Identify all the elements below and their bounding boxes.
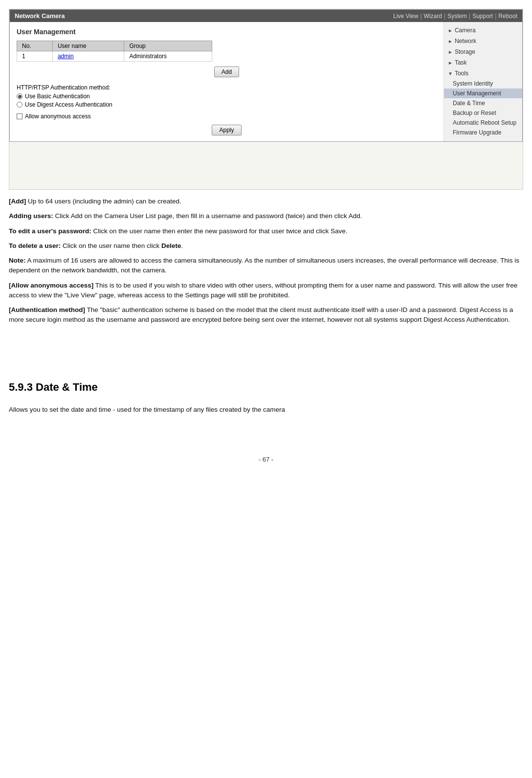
sidebar-item-tools[interactable]: ▼ Tools — [444, 68, 522, 79]
cell-no: 1 — [17, 51, 53, 62]
col-no: No. — [17, 41, 53, 51]
edit-pwd-text: Click on the user name then enter the ne… — [93, 227, 348, 235]
sidebar: ► Camera ► Network ► Storage ► Task — [444, 22, 522, 141]
sidebar-sub-backup-reset-label: Backup or Reset — [453, 110, 496, 116]
nav-bar: Network Camera Live View | Wizard | Syst… — [10, 10, 522, 22]
edit-pwd-bold: To edit a user's password: — [9, 227, 91, 235]
sidebar-sub-system-identity[interactable]: System Identity — [444, 79, 522, 89]
sidebar-sub-user-management-label: User Management — [453, 90, 501, 97]
arrow-icon-camera: ► — [448, 28, 453, 33]
nav-reboot[interactable]: Reboot — [498, 13, 517, 20]
content-area: User Management No. User name Group — [10, 22, 444, 141]
sidebar-sub-system-identity-label: System Identity — [453, 80, 493, 87]
arrow-icon-task: ► — [448, 60, 453, 66]
sidebar-sub-date-time[interactable]: Date & Time — [444, 98, 522, 108]
page-footer: - 67 - — [0, 456, 532, 463]
cell-group: Administrators — [124, 51, 212, 62]
sidebar-sub-date-time-label: Date & Time — [453, 100, 485, 107]
note-bold: Note: — [9, 257, 26, 264]
sidebar-tools-label: Tools — [455, 70, 468, 77]
camera-body: User Management No. User name Group — [10, 22, 522, 141]
arrow-icon-storage: ► — [448, 49, 453, 55]
add-btn-row: Add — [17, 67, 437, 77]
sidebar-storage-label: Storage — [455, 48, 475, 55]
adding-users-bold: Adding users: — [9, 212, 53, 220]
sidebar-sub-firmware-label: Firmware Upgrade — [453, 129, 501, 136]
sidebar-item-storage[interactable]: ► Storage — [444, 46, 522, 57]
radio-basic-label: Use Basic Authentication — [25, 93, 90, 100]
footer-text: - 67 - — [259, 456, 273, 463]
allow-anonymous-label: Allow anonymous access — [25, 113, 91, 120]
add-note-text: Up to 64 users (including the admin) can… — [28, 198, 181, 205]
sidebar-network-label: Network — [455, 38, 476, 44]
para-delete-user: To delete a user: Click on the user name… — [9, 241, 523, 251]
sidebar-sub-backup-reset[interactable]: Backup or Reset — [444, 108, 522, 118]
para-allow-anon: [Allow anonymous access] This is to be u… — [9, 281, 523, 301]
auth-method-bold: [Authentication method] — [9, 306, 85, 313]
adding-users-text: Click Add on the Camera User List page, … — [55, 212, 362, 220]
user-link[interactable]: admin — [58, 53, 74, 60]
sidebar-sub-auto-reboot-label: Automatic Reboot Setup — [453, 119, 516, 126]
arrow-icon-network: ► — [448, 39, 453, 44]
para-edit-password: To edit a user's password: Click on the … — [9, 226, 523, 236]
section-intro-text: Allows you to set the date and time - us… — [9, 405, 523, 415]
sidebar-sub-firmware[interactable]: Firmware Upgrade — [444, 128, 522, 137]
sidebar-item-task[interactable]: ► Task — [444, 57, 522, 68]
auth-section: HTTP/RTSP Authentication method: Use Bas… — [17, 84, 437, 108]
section-heading: 5.9.3 Date & Time — [9, 379, 523, 395]
add-note: [Add] Up to 64 users (including the admi… — [9, 197, 523, 206]
allow-anon-bold: [Allow anonymous access] — [9, 282, 93, 289]
delete-user-text: Click on the user name then click Delete… — [63, 242, 183, 249]
sidebar-item-camera[interactable]: ► Camera — [444, 25, 522, 36]
user-table: No. User name Group 1 admin Administrato… — [17, 41, 212, 62]
screenshot-container: Network Camera Live View | Wizard | Syst… — [9, 9, 523, 190]
add-button[interactable]: Add — [214, 67, 239, 77]
radio-digest[interactable]: Use Digest Access Authentication — [17, 101, 437, 108]
radio-digest-label: Use Digest Access Authentication — [25, 101, 112, 108]
nav-links: Live View | Wizard | System | Support | … — [393, 13, 517, 20]
arrow-icon-tools: ▼ — [448, 71, 453, 76]
section-title: User Management — [17, 28, 437, 36]
nav-support[interactable]: Support — [472, 13, 493, 20]
allow-anonymous-checkbox[interactable] — [17, 113, 22, 119]
spacer — [9, 330, 523, 359]
sidebar-sub-user-management[interactable]: User Management — [444, 89, 522, 98]
cell-username: admin — [52, 51, 124, 62]
note-text: A maximum of 16 users are allowed to acc… — [9, 257, 519, 274]
camera-ui: Network Camera Live View | Wizard | Syst… — [9, 9, 523, 142]
para-auth-method: [Authentication method] The "basic" auth… — [9, 305, 523, 325]
nav-system[interactable]: System — [447, 13, 467, 20]
doc-body: [Add] Up to 64 users (including the admi… — [0, 190, 532, 426]
allow-anonymous-row[interactable]: Allow anonymous access — [17, 113, 437, 120]
para-adding-users: Adding users: Click Add on the Camera Us… — [9, 211, 523, 221]
nav-wizard[interactable]: Wizard — [424, 13, 442, 20]
table-row: 1 admin Administrators — [17, 51, 212, 62]
auth-label: HTTP/RTSP Authentication method: — [17, 84, 437, 91]
sidebar-task-label: Task — [455, 59, 467, 66]
sidebar-camera-label: Camera — [455, 27, 476, 34]
delete-user-bold: To delete a user: — [9, 242, 61, 249]
col-group: Group — [124, 41, 212, 51]
col-username: User name — [52, 41, 124, 51]
add-note-bold: [Add] — [9, 198, 26, 205]
radio-digest-circle — [17, 102, 22, 108]
radio-basic-circle — [17, 93, 22, 99]
sidebar-item-network[interactable]: ► Network — [444, 36, 522, 46]
para-note: Note: A maximum of 16 users are allowed … — [9, 256, 523, 276]
sidebar-sub-auto-reboot[interactable]: Automatic Reboot Setup — [444, 118, 522, 128]
nav-liveview[interactable]: Live View — [393, 13, 418, 20]
radio-basic[interactable]: Use Basic Authentication — [17, 93, 437, 100]
apply-button[interactable]: Apply — [212, 125, 241, 135]
apply-btn-row: Apply — [17, 125, 437, 135]
brand-label: Network Camera — [15, 12, 65, 20]
